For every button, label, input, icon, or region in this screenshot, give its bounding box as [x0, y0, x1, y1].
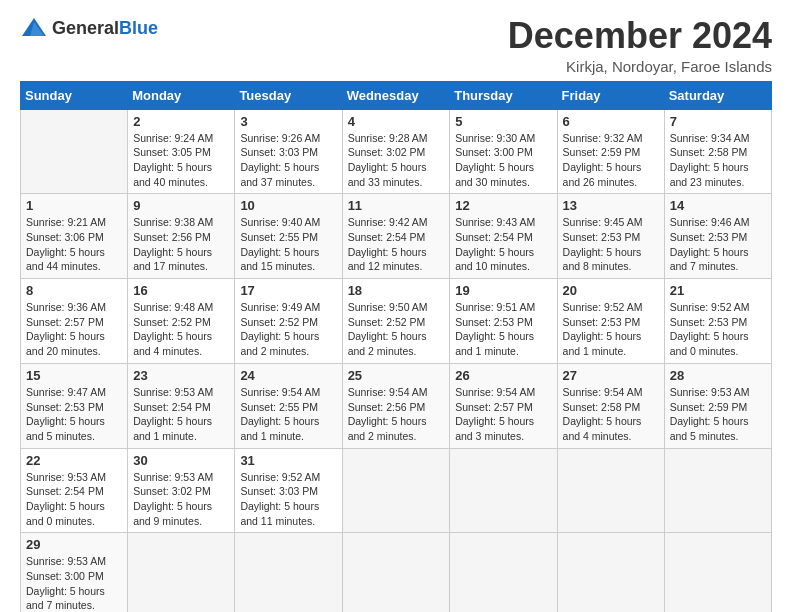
- day-info: Sunrise: 9:51 AMSunset: 2:53 PMDaylight:…: [455, 300, 551, 359]
- day-info: Sunrise: 9:53 AMSunset: 2:59 PMDaylight:…: [670, 385, 766, 444]
- day-number: 25: [348, 368, 445, 383]
- day-number: 26: [455, 368, 551, 383]
- calendar-cell: 5Sunrise: 9:30 AMSunset: 3:00 PMDaylight…: [450, 109, 557, 194]
- day-info: Sunrise: 9:38 AMSunset: 2:56 PMDaylight:…: [133, 215, 229, 274]
- day-info: Sunrise: 9:24 AMSunset: 3:05 PMDaylight:…: [133, 131, 229, 190]
- logo: GeneralBlue: [20, 16, 158, 40]
- header-wednesday: Wednesday: [342, 81, 450, 109]
- day-number: 27: [563, 368, 659, 383]
- day-info: Sunrise: 9:28 AMSunset: 3:02 PMDaylight:…: [348, 131, 445, 190]
- calendar-cell: 1Sunrise: 9:21 AMSunset: 3:06 PMDaylight…: [21, 194, 128, 279]
- day-info: Sunrise: 9:32 AMSunset: 2:59 PMDaylight:…: [563, 131, 659, 190]
- day-info: Sunrise: 9:34 AMSunset: 2:58 PMDaylight:…: [670, 131, 766, 190]
- calendar-cell: 15Sunrise: 9:47 AMSunset: 2:53 PMDayligh…: [21, 363, 128, 448]
- day-info: Sunrise: 9:50 AMSunset: 2:52 PMDaylight:…: [348, 300, 445, 359]
- day-info: Sunrise: 9:21 AMSunset: 3:06 PMDaylight:…: [26, 215, 122, 274]
- day-number: 1: [26, 198, 122, 213]
- calendar-cell: 19Sunrise: 9:51 AMSunset: 2:53 PMDayligh…: [450, 279, 557, 364]
- day-number: 13: [563, 198, 659, 213]
- calendar-cell: [557, 448, 664, 533]
- day-number: 7: [670, 114, 766, 129]
- weekday-header-row: Sunday Monday Tuesday Wednesday Thursday…: [21, 81, 772, 109]
- calendar-cell: [557, 533, 664, 612]
- day-number: 14: [670, 198, 766, 213]
- calendar-cell: 24Sunrise: 9:54 AMSunset: 2:55 PMDayligh…: [235, 363, 342, 448]
- calendar-cell: 16Sunrise: 9:48 AMSunset: 2:52 PMDayligh…: [128, 279, 235, 364]
- day-info: Sunrise: 9:52 AMSunset: 3:03 PMDaylight:…: [240, 470, 336, 529]
- calendar-week-row: 2Sunrise: 9:24 AMSunset: 3:05 PMDaylight…: [21, 109, 772, 194]
- day-number: 29: [26, 537, 122, 552]
- calendar-cell: [235, 533, 342, 612]
- logo-text: GeneralBlue: [52, 18, 158, 39]
- calendar-cell: 26Sunrise: 9:54 AMSunset: 2:57 PMDayligh…: [450, 363, 557, 448]
- day-number: 30: [133, 453, 229, 468]
- calendar-cell: 8Sunrise: 9:36 AMSunset: 2:57 PMDaylight…: [21, 279, 128, 364]
- calendar-cell: 30Sunrise: 9:53 AMSunset: 3:02 PMDayligh…: [128, 448, 235, 533]
- day-number: 18: [348, 283, 445, 298]
- calendar-cell: [21, 109, 128, 194]
- day-number: 16: [133, 283, 229, 298]
- day-number: 9: [133, 198, 229, 213]
- day-info: Sunrise: 9:46 AMSunset: 2:53 PMDaylight:…: [670, 215, 766, 274]
- day-info: Sunrise: 9:53 AMSunset: 2:54 PMDaylight:…: [133, 385, 229, 444]
- header-friday: Friday: [557, 81, 664, 109]
- calendar-body: 2Sunrise: 9:24 AMSunset: 3:05 PMDaylight…: [21, 109, 772, 612]
- day-number: 20: [563, 283, 659, 298]
- day-info: Sunrise: 9:49 AMSunset: 2:52 PMDaylight:…: [240, 300, 336, 359]
- header-saturday: Saturday: [664, 81, 771, 109]
- day-info: Sunrise: 9:30 AMSunset: 3:00 PMDaylight:…: [455, 131, 551, 190]
- day-info: Sunrise: 9:54 AMSunset: 2:56 PMDaylight:…: [348, 385, 445, 444]
- header-thursday: Thursday: [450, 81, 557, 109]
- day-number: 21: [670, 283, 766, 298]
- day-number: 2: [133, 114, 229, 129]
- calendar-cell: 7Sunrise: 9:34 AMSunset: 2:58 PMDaylight…: [664, 109, 771, 194]
- calendar-week-row: 8Sunrise: 9:36 AMSunset: 2:57 PMDaylight…: [21, 279, 772, 364]
- day-number: 3: [240, 114, 336, 129]
- calendar-cell: 22Sunrise: 9:53 AMSunset: 2:54 PMDayligh…: [21, 448, 128, 533]
- day-number: 6: [563, 114, 659, 129]
- calendar-cell: 12Sunrise: 9:43 AMSunset: 2:54 PMDayligh…: [450, 194, 557, 279]
- calendar-cell: [128, 533, 235, 612]
- calendar-cell: 18Sunrise: 9:50 AMSunset: 2:52 PMDayligh…: [342, 279, 450, 364]
- calendar-cell: 9Sunrise: 9:38 AMSunset: 2:56 PMDaylight…: [128, 194, 235, 279]
- calendar-cell: 4Sunrise: 9:28 AMSunset: 3:02 PMDaylight…: [342, 109, 450, 194]
- day-info: Sunrise: 9:54 AMSunset: 2:58 PMDaylight:…: [563, 385, 659, 444]
- day-info: Sunrise: 9:54 AMSunset: 2:55 PMDaylight:…: [240, 385, 336, 444]
- logo-blue: Blue: [119, 18, 158, 38]
- calendar-cell: 10Sunrise: 9:40 AMSunset: 2:55 PMDayligh…: [235, 194, 342, 279]
- day-info: Sunrise: 9:53 AMSunset: 3:02 PMDaylight:…: [133, 470, 229, 529]
- calendar-cell: [450, 448, 557, 533]
- day-number: 8: [26, 283, 122, 298]
- day-number: 24: [240, 368, 336, 383]
- calendar-cell: [450, 533, 557, 612]
- day-info: Sunrise: 9:48 AMSunset: 2:52 PMDaylight:…: [133, 300, 229, 359]
- calendar-cell: [664, 533, 771, 612]
- day-info: Sunrise: 9:26 AMSunset: 3:03 PMDaylight:…: [240, 131, 336, 190]
- day-info: Sunrise: 9:43 AMSunset: 2:54 PMDaylight:…: [455, 215, 551, 274]
- calendar-cell: 31Sunrise: 9:52 AMSunset: 3:03 PMDayligh…: [235, 448, 342, 533]
- calendar-header: Sunday Monday Tuesday Wednesday Thursday…: [21, 81, 772, 109]
- day-info: Sunrise: 9:40 AMSunset: 2:55 PMDaylight:…: [240, 215, 336, 274]
- header-tuesday: Tuesday: [235, 81, 342, 109]
- calendar-table: Sunday Monday Tuesday Wednesday Thursday…: [20, 81, 772, 612]
- day-info: Sunrise: 9:54 AMSunset: 2:57 PMDaylight:…: [455, 385, 551, 444]
- calendar-cell: 2Sunrise: 9:24 AMSunset: 3:05 PMDaylight…: [128, 109, 235, 194]
- day-number: 17: [240, 283, 336, 298]
- day-number: 4: [348, 114, 445, 129]
- day-info: Sunrise: 9:53 AMSunset: 2:54 PMDaylight:…: [26, 470, 122, 529]
- day-number: 15: [26, 368, 122, 383]
- header: GeneralBlue December 2024 Kirkja, Nordoy…: [20, 16, 772, 75]
- calendar-cell: 6Sunrise: 9:32 AMSunset: 2:59 PMDaylight…: [557, 109, 664, 194]
- day-info: Sunrise: 9:52 AMSunset: 2:53 PMDaylight:…: [670, 300, 766, 359]
- logo-icon: [20, 16, 48, 40]
- header-sunday: Sunday: [21, 81, 128, 109]
- day-number: 31: [240, 453, 336, 468]
- calendar-cell: 13Sunrise: 9:45 AMSunset: 2:53 PMDayligh…: [557, 194, 664, 279]
- day-number: 22: [26, 453, 122, 468]
- calendar-cell: [342, 533, 450, 612]
- calendar-cell: 25Sunrise: 9:54 AMSunset: 2:56 PMDayligh…: [342, 363, 450, 448]
- calendar-cell: 17Sunrise: 9:49 AMSunset: 2:52 PMDayligh…: [235, 279, 342, 364]
- calendar-cell: 29Sunrise: 9:53 AMSunset: 3:00 PMDayligh…: [21, 533, 128, 612]
- calendar-week-row: 29Sunrise: 9:53 AMSunset: 3:00 PMDayligh…: [21, 533, 772, 612]
- day-info: Sunrise: 9:52 AMSunset: 2:53 PMDaylight:…: [563, 300, 659, 359]
